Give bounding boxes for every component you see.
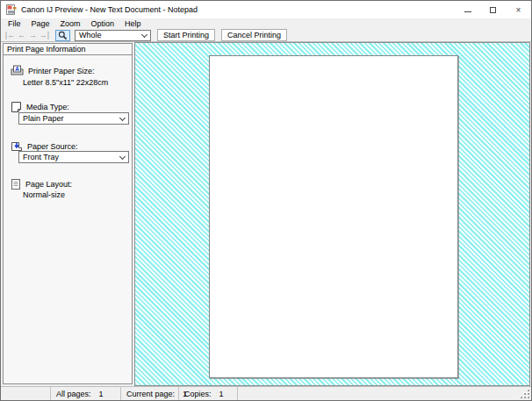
maximize-icon: [490, 7, 496, 13]
all-pages-label: All pages:: [56, 390, 91, 398]
close-icon: ×: [516, 5, 521, 15]
close-button[interactable]: ×: [506, 1, 531, 18]
maximize-button[interactable]: [480, 1, 506, 18]
zoom-tool-toggle-button[interactable]: [55, 30, 70, 41]
printer-paper-size-row: A Printer Paper Size:: [11, 65, 95, 76]
chevron-down-icon: [119, 114, 126, 120]
first-page-icon: |←: [5, 31, 15, 39]
media-type-icon: [11, 101, 22, 113]
media-type-select[interactable]: Plain Paper: [18, 112, 129, 125]
all-pages-value: 1: [99, 390, 104, 398]
page-layout-row: Page Layout:: [11, 178, 72, 190]
next-page-icon: →: [29, 31, 37, 39]
window-controls: ×: [455, 1, 531, 18]
panel-header: Print Page Information: [4, 44, 132, 55]
magnifier-icon: [58, 31, 68, 40]
media-type-row: Media Type:: [11, 101, 69, 113]
page-layout-icon: [11, 178, 21, 190]
media-type-label: Media Type:: [26, 103, 69, 111]
paper-source-select[interactable]: Front Tray: [18, 151, 129, 163]
cancel-printing-label: Cancel Printing: [227, 31, 281, 39]
media-type-value: Plain Paper: [23, 114, 64, 123]
menu-help[interactable]: Help: [119, 18, 147, 29]
copies-label: Copies:: [184, 390, 212, 398]
page-layout-label: Page Layout:: [25, 180, 72, 189]
start-printing-label: Start Printing: [163, 31, 209, 39]
start-printing-button[interactable]: Start Printing: [157, 29, 215, 41]
previous-page-button[interactable]: ←: [16, 30, 27, 40]
resize-grip[interactable]: [521, 390, 530, 399]
menu-option[interactable]: Option: [86, 18, 120, 29]
print-page-information-panel: Print Page Information A Printer Paper S…: [3, 43, 133, 384]
menu-page[interactable]: Page: [26, 18, 55, 29]
current-page-label: Current page:: [126, 390, 175, 398]
minimize-icon: [464, 11, 471, 12]
chevron-down-icon: [141, 31, 147, 37]
content-area: Print Page Information A Printer Paper S…: [1, 41, 531, 386]
previous-page-icon: ←: [18, 31, 25, 39]
zoom-level-select[interactable]: Whole: [75, 30, 151, 41]
status-bar: All pages: 1 Current page: 1 Copies: 1: [1, 386, 531, 400]
minimize-button[interactable]: [455, 1, 480, 18]
copies-value: 1: [219, 390, 224, 398]
printer-paper-size-icon: A: [11, 65, 24, 76]
statusbar-current-page: Current page: 1: [121, 387, 179, 400]
page-layout-value: Normal-size: [23, 190, 65, 199]
zoom-level-value: Whole: [79, 31, 102, 39]
printer-paper-size-value: Letter 8.5"x11" 22x28cm: [23, 78, 108, 87]
next-page-button[interactable]: →: [27, 30, 39, 40]
menu-file[interactable]: File: [3, 18, 26, 29]
first-page-button[interactable]: |←: [4, 30, 16, 40]
chevron-down-icon: [119, 153, 126, 159]
statusbar-copies: Copies: 1: [179, 387, 238, 400]
last-page-icon: →|: [40, 31, 49, 39]
svg-text:A: A: [15, 66, 19, 72]
last-page-button[interactable]: →|: [39, 30, 50, 40]
printer-paper-size-label: Printer Paper Size:: [28, 67, 95, 75]
app-icon: [6, 4, 17, 15]
titlebar: Canon IJ Preview - New Text Document - N…: [1, 1, 531, 18]
menu-bar: File Page Zoom Option Help: [1, 18, 531, 29]
window-title: Canon IJ Preview - New Text Document - N…: [21, 5, 198, 14]
statusbar-filler: [238, 387, 521, 400]
toolbar: |← ← → →| Whole Start Printing Cancel Pr…: [1, 29, 531, 41]
canon-ij-preview-window: Canon IJ Preview - New Text Document - N…: [0, 0, 532, 401]
statusbar-all-pages: All pages: 1: [51, 387, 121, 400]
statusbar-blank-segment: [1, 387, 51, 400]
paper-source-value: Front Tray: [23, 153, 59, 161]
menu-zoom[interactable]: Zoom: [55, 18, 86, 29]
cancel-printing-button[interactable]: Cancel Printing: [221, 29, 287, 41]
preview-page: [209, 55, 458, 378]
paper-source-label: Paper Source:: [27, 142, 78, 151]
print-preview-area: [134, 42, 530, 386]
